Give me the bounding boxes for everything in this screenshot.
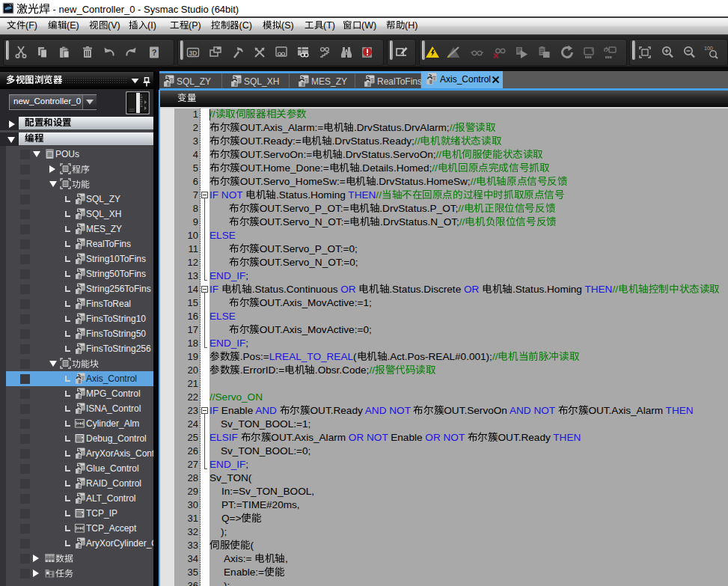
svg-text:100: 100	[704, 46, 713, 51]
svg-text:3D: 3D	[189, 49, 198, 57]
svg-text:?: ?	[152, 48, 157, 57]
